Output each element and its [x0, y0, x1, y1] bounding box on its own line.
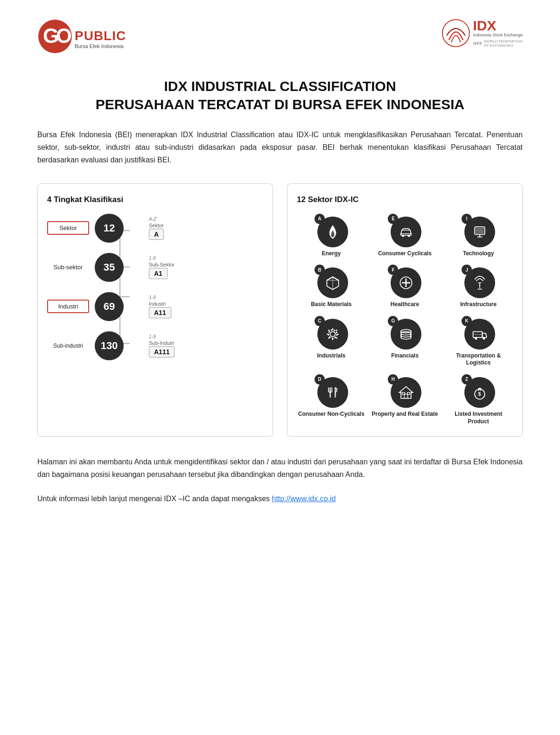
sector-healthcare-label: Healthcare [391, 301, 419, 308]
sector-consumer-non-cyclicals-icon-wrapper: D [315, 374, 348, 408]
level-row-industri: Industri 69 1-9 Industri A11 [47, 292, 263, 321]
sector-healthcare: F Healthcare [371, 265, 440, 308]
sector-industrials-icon-wrapper: C [315, 316, 348, 350]
svg-text:O: O [56, 24, 72, 47]
sector-investment: Z $ Listed Investment Product [444, 374, 513, 425]
link-text-paragraph: Untuk informasi lebih lanjut mengenai ID… [37, 492, 523, 505]
sector-infrastructure: J Infrastructure [444, 265, 513, 308]
idx-link[interactable]: http://www.idx.co.id [272, 495, 336, 503]
svg-point-23 [483, 337, 485, 339]
sector-consumer-cyclicals: E Consumer Cyclicals [371, 214, 440, 258]
sector-technology: I Technology [444, 214, 513, 258]
wfe-text: WFE WORLD FEDERATIONOF EXCHANGES [473, 39, 523, 48]
level-row-subsektor: Sub-sektor 35 1-9 Sub-Sektor A1 [47, 253, 263, 282]
healthcare-svg [398, 274, 414, 291]
header: G O PUBLIC Bursa Efek Indonesia [37, 19, 523, 58]
sector-property-icon-wrapper: H [388, 374, 421, 408]
page: G O PUBLIC Bursa Efek Indonesia [0, 0, 560, 735]
sector-infrastructure-label: Infrastructure [460, 301, 497, 308]
svg-rect-29 [407, 392, 410, 395]
sector-consumer-cyclicals-label: Consumer Cyclicals [378, 250, 432, 258]
sector-basic-materials-label: Basic Materials [311, 301, 351, 308]
svg-point-5 [408, 234, 410, 237]
sector-energy-label: Energy [322, 250, 341, 258]
infrastructure-svg [471, 274, 488, 291]
sector-property: H Property and Real Estate [371, 374, 440, 425]
sector-property-label: Property and Real Estate [371, 411, 438, 418]
diagram-right: 12 Sektor IDX-IC A Ene [287, 183, 523, 437]
sector-transportation-label: Transportation & Logistics [444, 352, 513, 367]
logo-right: IDX Indonesia Stock Exchange WFE WORLD F… [442, 19, 523, 48]
sector-technology-icon-wrapper: I [462, 214, 495, 247]
svg-point-22 [475, 337, 477, 339]
level-code-subsektor: 1-9 Sub-Sektor A1 [149, 256, 175, 279]
level-row-subindustri: Sub-industri 130 1-9 Sub-Indutri A111 [47, 331, 263, 360]
sector-technology-label: Technology [463, 250, 494, 258]
level-circle-subsektor: 35 [95, 253, 124, 282]
level-label-subindustri: Sub-industri [47, 339, 89, 352]
level-circle-subindustri: 130 [95, 331, 124, 360]
title-section: IDX INDUSTRIAL CLASSIFICATION PERUSAHAAN… [37, 77, 523, 113]
sector-financials: G Fi [371, 316, 440, 367]
sector-consumer-cyclicals-icon-wrapper: E [388, 214, 421, 247]
sector-consumer-non-cyclicals: D Consumer Non-Cyclicals [297, 374, 366, 425]
monitor-svg [471, 224, 488, 240]
sector-financials-label: Financials [391, 352, 419, 360]
svg-text:$: $ [478, 391, 481, 397]
sector-badge-b: B [315, 265, 325, 275]
svg-point-3 [442, 20, 469, 47]
sector-badge-i: I [462, 214, 472, 224]
svg-rect-9 [476, 228, 484, 234]
sector-transportation: K Transportation & Logistics [444, 316, 513, 367]
investment-svg: $ [471, 384, 488, 401]
house-svg [398, 384, 414, 401]
public-text: PUBLIC [75, 28, 126, 43]
sector-badge-c: C [315, 316, 325, 326]
sector-badge-a: A [315, 214, 325, 224]
idx-letters: IDX [473, 19, 523, 33]
sector-industrials-label: Industrials [317, 352, 345, 360]
sector-infrastructure-icon-wrapper: J [462, 265, 495, 298]
sector-energy: A Energy [297, 214, 366, 258]
level-code-industri: 1-9 Industri A11 [149, 295, 171, 318]
sector-badge-k: K [462, 316, 472, 326]
sector-badge-d: D [315, 374, 325, 385]
sector-investment-label: Listed Investment Product [444, 411, 513, 425]
logo-go-public: G O PUBLIC Bursa Efek Indonesia [37, 19, 126, 58]
main-title: IDX INDUSTRIAL CLASSIFICATION PERUSAHAAN… [37, 77, 523, 113]
svg-point-4 [402, 234, 404, 237]
truck-svg [471, 326, 488, 343]
svg-point-13 [330, 331, 335, 336]
level-label-sektor: Sektor [47, 221, 89, 235]
idx-emblem-svg [442, 19, 470, 47]
box-svg [324, 274, 341, 291]
diagram-left-title: 4 Tingkat Klasifikasi [47, 195, 263, 204]
energy-svg [324, 224, 341, 240]
level-code-subindustri: 1-9 Sub-Indutri A111 [149, 334, 175, 357]
go-public-logo-svg: G O [37, 19, 79, 58]
level-row-sektor: Sektor 12 A-Z Sektor A [47, 214, 263, 243]
sector-consumer-non-cyclicals-label: Consumer Non-Cyclicals [298, 411, 364, 418]
food-svg [324, 384, 341, 401]
sector-healthcare-icon-wrapper: F [388, 265, 421, 298]
bei-text: Bursa Efek Indonesia [75, 43, 126, 49]
sector-basic-materials: B Basic Materials [297, 265, 366, 308]
sector-badge-e: E [388, 214, 398, 224]
car-svg [398, 224, 414, 240]
svg-rect-28 [402, 392, 405, 395]
sector-transportation-icon-wrapper: K [462, 316, 495, 350]
intro-text: Bursa Efek Indonesia (BEI) menerapkan ID… [37, 128, 523, 167]
level-circle-sektor: 12 [95, 214, 124, 243]
level-code-sektor: A-Z Sektor A [149, 217, 164, 240]
link-prefix: Untuk informasi lebih lanjut mengenai ID… [37, 495, 272, 503]
level-label-industri: Industri [47, 300, 89, 313]
diagram-right-title: 12 Sektor IDX-IC [297, 195, 513, 204]
sector-industrials: C Industrials [297, 316, 366, 367]
sector-investment-icon-wrapper: Z $ [462, 374, 495, 408]
bottom-text: Halaman ini akan membantu Anda untuk men… [37, 455, 523, 481]
sector-badge-z: Z [462, 374, 472, 385]
diagrams-row: 4 Tingkat Klasifikasi Sektor 12 [37, 183, 523, 437]
sector-basic-materials-icon-wrapper: B [315, 265, 348, 298]
idx-full-name: Indonesia Stock Exchange [473, 33, 523, 38]
diagram-left: 4 Tingkat Klasifikasi Sektor 12 [37, 183, 273, 437]
